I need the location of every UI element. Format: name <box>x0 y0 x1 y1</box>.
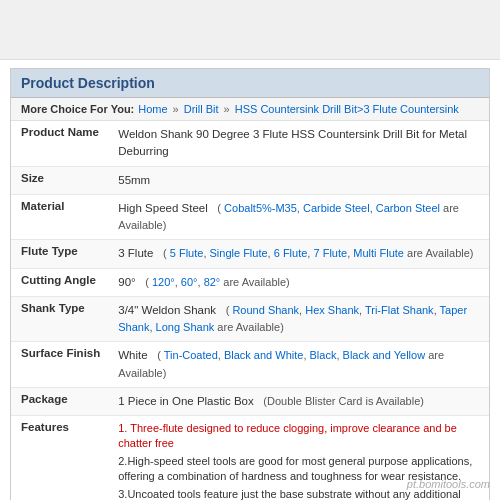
material-options: ( Cobalt5%-M35, Carbide Steel, Carbon St… <box>118 202 459 231</box>
label-material: Material <box>11 194 110 240</box>
table-row: Cutting Angle 90° ( 120°, 60°, 82° are A… <box>11 268 489 296</box>
more-choice-label: More Choice For You: <box>21 103 134 115</box>
value-shank-type: 3/4" Weldon Shank ( Round Shank, Hex Sha… <box>110 296 489 342</box>
value-package: 1 Piece in One Plastic Box (Double Blist… <box>110 387 489 415</box>
link-triflat-shank[interactable]: Tri-Flat Shank <box>365 304 434 316</box>
spec-table: Product Name Weldon Shank 90 Degree 3 Fl… <box>11 121 489 500</box>
link-long-shank[interactable]: Long Shank <box>156 321 215 333</box>
value-size: 55mm <box>110 166 489 194</box>
value-product-name: Weldon Shank 90 Degree 3 Flute HSS Count… <box>110 121 489 166</box>
watermark: pt.bomitools.com <box>407 478 490 490</box>
table-row: Product Name Weldon Shank 90 Degree 3 Fl… <box>11 121 489 166</box>
link-tin-coated[interactable]: Tin-Coated <box>164 349 218 361</box>
link-black-white[interactable]: Black and White <box>224 349 303 361</box>
value-flute-type: 3 Flute ( 5 Flute, Single Flute, 6 Flute… <box>110 240 489 268</box>
link-carbide[interactable]: Carbide Steel <box>303 202 370 214</box>
table-row: Size 55mm <box>11 166 489 194</box>
label-surface-finish: Surface Finish <box>11 342 110 388</box>
table-row: Shank Type 3/4" Weldon Shank ( Round Sha… <box>11 296 489 342</box>
table-row: Surface Finish White ( Tin-Coated, Black… <box>11 342 489 388</box>
label-size: Size <box>11 166 110 194</box>
label-flute-type: Flute Type <box>11 240 110 268</box>
link-multiflute[interactable]: Multi Flute <box>353 247 404 259</box>
value-surface-finish: White ( Tin-Coated, Black and White, Bla… <box>110 342 489 388</box>
breadcrumb-drillbit[interactable]: Drill Bit <box>184 103 219 115</box>
label-shank-type: Shank Type <box>11 296 110 342</box>
value-material: High Speed Steel ( Cobalt5%-M35, Carbide… <box>110 194 489 240</box>
link-black[interactable]: Black <box>310 349 337 361</box>
product-description-section: Product Description More Choice For You:… <box>10 68 490 500</box>
link-7flute[interactable]: 7 Flute <box>313 247 347 259</box>
link-black-yellow[interactable]: Black and Yellow <box>343 349 426 361</box>
breadcrumb-hss[interactable]: HSS Countersink Drill Bit>3 Flute Counte… <box>235 103 459 115</box>
main-container: Product Description More Choice For You:… <box>0 60 500 500</box>
link-5flute[interactable]: 5 Flute <box>170 247 204 259</box>
flute-options: ( 5 Flute, Single Flute, 6 Flute, 7 Flut… <box>163 247 474 259</box>
table-row: Material High Speed Steel ( Cobalt5%-M35… <box>11 194 489 240</box>
table-row: Package 1 Piece in One Plastic Box (Doub… <box>11 387 489 415</box>
top-bar <box>0 0 500 60</box>
link-82deg[interactable]: 82° <box>204 276 221 288</box>
link-120deg[interactable]: 120° <box>152 276 175 288</box>
more-choice-row: More Choice For You: Home » Drill Bit » … <box>11 98 489 121</box>
package-options: (Double Blister Card is Available) <box>263 395 424 407</box>
link-6flute[interactable]: 6 Flute <box>274 247 308 259</box>
angle-options: ( 120°, 60°, 82° are Available) <box>145 276 290 288</box>
link-hex-shank[interactable]: Hex Shank <box>305 304 359 316</box>
shank-options: ( Round Shank, Hex Shank, Tri-Flat Shank… <box>118 304 467 333</box>
feature-item: 1. Three-flute designed to reduce cloggi… <box>118 421 481 452</box>
link-carbon[interactable]: Carbon Steel <box>376 202 440 214</box>
table-row: Flute Type 3 Flute ( 5 Flute, Single Flu… <box>11 240 489 268</box>
label-cutting-angle: Cutting Angle <box>11 268 110 296</box>
value-cutting-angle: 90° ( 120°, 60°, 82° are Available) <box>110 268 489 296</box>
label-package: Package <box>11 387 110 415</box>
link-60deg[interactable]: 60° <box>181 276 198 288</box>
label-product-name: Product Name <box>11 121 110 166</box>
link-single-flute[interactable]: Single Flute <box>210 247 268 259</box>
section-title: Product Description <box>11 69 489 98</box>
link-cobalt[interactable]: Cobalt5%-M35 <box>224 202 297 214</box>
label-features: Features <box>11 416 110 501</box>
breadcrumb-home[interactable]: Home <box>138 103 167 115</box>
finish-options: ( Tin-Coated, Black and White, Black, Bl… <box>118 349 444 378</box>
link-round-shank[interactable]: Round Shank <box>232 304 299 316</box>
